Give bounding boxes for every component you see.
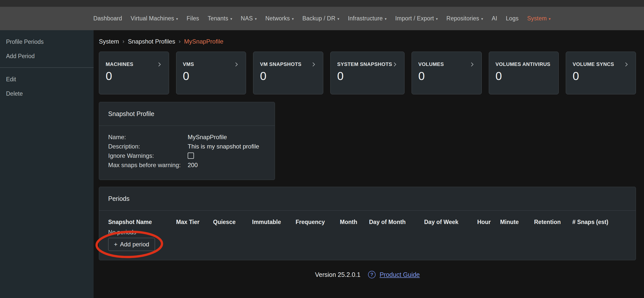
window-top-strip — [0, 0, 644, 7]
nav-item-label: Networks — [265, 15, 290, 22]
nav-item-tenants[interactable]: Tenants▾ — [208, 15, 232, 22]
chevron-right-icon — [392, 62, 398, 67]
nav-item-infrastructure[interactable]: Infrastructure▾ — [348, 15, 387, 22]
periods-table-header: Snapshot Name Max Tier Quiesce Immutable… — [108, 217, 627, 227]
chevron-right-icon — [157, 62, 162, 67]
breadcrumb-snapshot-profiles[interactable]: Snapshot Profiles — [128, 38, 175, 45]
nav-item-import-export[interactable]: Import / Export▾ — [395, 15, 438, 22]
breadcrumb-separator: › — [123, 38, 124, 45]
nav-item-networks[interactable]: Networks▾ — [265, 15, 294, 22]
chevron-down-icon: ▾ — [436, 17, 438, 21]
stat-card-volume-syncs[interactable]: VOLUME SYNCS 0 — [566, 52, 636, 94]
field-value: This is my snapshot profile — [188, 143, 266, 150]
periods-panel: Periods Snapshot Name Max Tier Quiesce I… — [99, 187, 636, 260]
periods-empty-text: No periods — [108, 229, 627, 236]
nav-item-nas[interactable]: NAS▾ — [241, 15, 257, 22]
nav-item-label: Files — [187, 15, 199, 22]
help-circle-icon[interactable]: ? — [368, 271, 376, 278]
snapshot-profile-panel: Snapshot Profile Name: MySnapProfile Des… — [99, 102, 275, 180]
nav-item-virtual-machines[interactable]: Virtual Machines▾ — [131, 15, 178, 22]
product-guide-link[interactable]: Product Guide — [380, 271, 420, 278]
nav-item-backup-dr[interactable]: Backup / DR▾ — [302, 15, 339, 22]
stat-card-machines[interactable]: MACHINES 0 — [99, 52, 169, 94]
nav-item-label: Repositories — [447, 15, 479, 22]
stat-card-volumes[interactable]: VOLUMES 0 — [412, 52, 482, 94]
sidebar: Profile Periods Add Period Edit Delete — [0, 30, 94, 298]
chevron-down-icon: ▾ — [549, 17, 551, 21]
nav-item-logs[interactable]: Logs — [506, 15, 519, 22]
sidebar-item-edit[interactable]: Edit — [0, 72, 94, 87]
sidebar-item-add-period[interactable]: Add Period — [0, 49, 94, 63]
column-header-frequency: Frequency — [296, 217, 340, 227]
nav-item-repositories[interactable]: Repositories▾ — [447, 15, 483, 22]
breadcrumb: System › Snapshot Profiles › MySnapProfi… — [99, 38, 636, 45]
sidebar-item-label: Profile Periods — [6, 39, 44, 45]
sidebar-divider — [0, 67, 94, 68]
sidebar-item-delete[interactable]: Delete — [0, 87, 94, 101]
field-label: Max snaps before warning: — [108, 162, 188, 169]
chevron-down-icon: ▾ — [385, 17, 387, 21]
stat-card-label: VOLUME SYNCS — [573, 61, 614, 67]
column-header-day-of-month: Day of Month — [369, 217, 424, 227]
stat-card-system-snapshots[interactable]: SYSTEM SNAPSHOTS 0 — [330, 52, 405, 94]
stat-card-value: 0 — [106, 69, 162, 83]
nav-item-label: NAS — [241, 15, 253, 22]
stat-card-value: 0 — [183, 69, 239, 83]
stat-card-value: 0 — [337, 69, 398, 83]
sidebar-item-profile-periods[interactable]: Profile Periods — [0, 35, 94, 49]
main-navbar: Dashboard Virtual Machines▾ Files Tenant… — [0, 7, 644, 30]
stat-card-value: 0 — [573, 69, 629, 83]
nav-item-label: Logs — [506, 15, 519, 22]
panel-title: Snapshot Profile — [108, 110, 154, 117]
stat-card-value: 0 — [260, 69, 316, 83]
chevron-down-icon: ▾ — [292, 17, 294, 21]
chevron-down-icon: ▾ — [176, 17, 178, 21]
nav-item-label: Import / Export — [395, 15, 434, 22]
stat-cards-row: MACHINES 0 VMS 0 VM SNAPSHOTS 0 SYSTEM S… — [99, 52, 636, 94]
stat-card-label: MACHINES — [106, 61, 133, 67]
field-label: Description: — [108, 143, 188, 150]
chevron-down-icon: ▾ — [337, 17, 339, 21]
field-row-ignore-warnings: Ignore Warnings: — [108, 151, 266, 160]
page-footer: Version 25.2.0.1 ? Product Guide — [99, 271, 636, 278]
sidebar-item-label: Edit — [6, 76, 16, 83]
stat-card-value: 0 — [496, 69, 552, 83]
chevron-right-icon — [311, 62, 316, 67]
chevron-down-icon: ▾ — [255, 17, 257, 21]
nav-item-files[interactable]: Files — [187, 15, 199, 22]
panel-title: Periods — [108, 195, 130, 202]
column-header-max-tier: Max Tier — [176, 217, 213, 227]
column-header-retention: Retention — [534, 217, 572, 227]
ignore-warnings-checkbox — [188, 153, 194, 159]
breadcrumb-current-mysnapprofile: MySnapProfile — [184, 38, 223, 45]
column-header-hour: Hour — [477, 217, 500, 227]
chevron-down-icon: ▾ — [230, 17, 232, 21]
field-value: 200 — [188, 162, 266, 169]
stat-card-label: VM SNAPSHOTS — [260, 61, 301, 67]
plus-icon: + — [114, 241, 117, 248]
nav-item-system[interactable]: System▾ — [527, 15, 551, 22]
field-value: MySnapProfile — [188, 134, 266, 141]
breadcrumb-system[interactable]: System — [99, 38, 119, 45]
stat-card-vms[interactable]: VMS 0 — [176, 52, 246, 94]
nav-items: Dashboard Virtual Machines▾ Files Tenant… — [93, 15, 551, 22]
sidebar-item-label: Add Period — [6, 53, 35, 59]
chevron-right-icon — [234, 62, 239, 67]
nav-item-ai[interactable]: AI — [492, 15, 497, 22]
breadcrumb-separator: › — [179, 38, 180, 45]
stat-card-label: VOLUMES ANTIVIRUS — [496, 61, 550, 67]
stat-card-label: VMS — [183, 61, 194, 67]
nav-item-label: Infrastructure — [348, 15, 383, 22]
field-row-name: Name: MySnapProfile — [108, 132, 266, 142]
field-label: Name: — [108, 134, 188, 141]
column-header-snaps-est: # Snaps (est) — [572, 217, 627, 227]
nav-item-label: Backup / DR — [302, 15, 335, 22]
stat-card-value: 0 — [418, 69, 475, 83]
stat-card-label: SYSTEM SNAPSHOTS — [337, 61, 392, 67]
nav-item-label: AI — [492, 15, 497, 22]
stat-card-vm-snapshots[interactable]: VM SNAPSHOTS 0 — [253, 52, 323, 94]
nav-item-label: Tenants — [208, 15, 228, 22]
nav-item-dashboard[interactable]: Dashboard — [93, 15, 122, 22]
add-period-button[interactable]: + Add period — [108, 238, 155, 251]
stat-card-volumes-antivirus[interactable]: VOLUMES ANTIVIRUS 0 — [489, 52, 559, 94]
